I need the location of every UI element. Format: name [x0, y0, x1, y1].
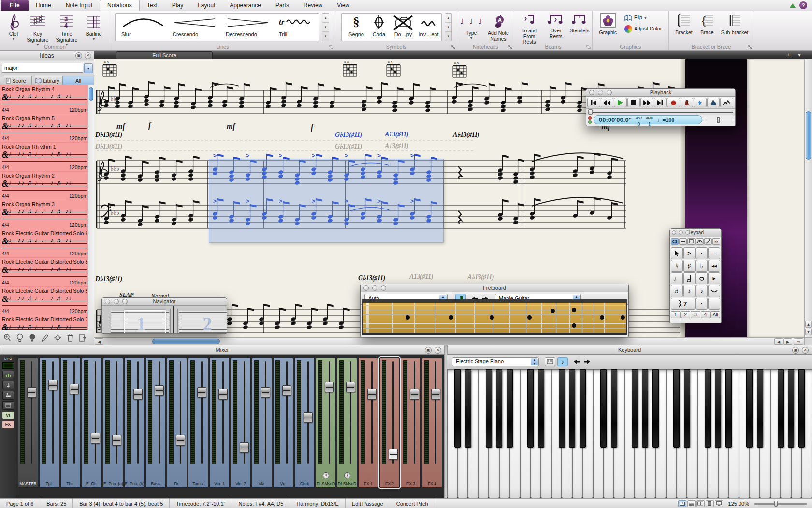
metronome-click-button[interactable] — [681, 98, 694, 107]
keypad-tab-articulations[interactable] — [696, 238, 704, 245]
fader-handle[interactable] — [389, 449, 398, 460]
beams-dialog-launcher-icon[interactable] — [586, 45, 591, 49]
document-tab-full-score[interactable]: Full Score — [116, 51, 213, 59]
mixer-channel-strip[interactable]: Click — [294, 357, 315, 488]
scroll-down-icon[interactable]: ▼ — [805, 329, 812, 335]
inverted-ornament-item[interactable]: Inv…ent — [417, 15, 440, 40]
mixer-channel-strip[interactable]: FX 2 — [379, 357, 400, 488]
keypad-tab-notes[interactable] — [671, 238, 679, 245]
narrow-strips-icon[interactable] — [2, 381, 14, 389]
rewind-button[interactable] — [601, 98, 614, 107]
mixer-titlebar[interactable]: Mixer ▣ ✕ — [0, 345, 445, 355]
keypad-tab-beams[interactable] — [687, 238, 695, 245]
black-key[interactable] — [778, 369, 784, 448]
idea-item[interactable]: Rock Electric Guitar Distorted Solo 8 4/… — [0, 258, 88, 287]
fast-forward-button[interactable] — [640, 98, 653, 107]
tab-play[interactable]: Play — [165, 0, 190, 11]
channel-settings-icon[interactable] — [323, 472, 329, 478]
fader-handle[interactable] — [155, 385, 164, 396]
keypad-flat-button[interactable]: ♭ — [696, 260, 708, 272]
ideas-tab-all[interactable]: All — [63, 76, 94, 85]
idea-item[interactable]: Rock Electric Guitar Distorted Solo 5 4/… — [0, 287, 88, 316]
new-idea-bulb-icon[interactable] — [14, 332, 26, 344]
black-key[interactable] — [757, 369, 763, 448]
fader-handle[interactable] — [48, 380, 58, 390]
zoom-icon[interactable] — [685, 230, 690, 235]
octave-up-icon[interactable] — [582, 357, 593, 366]
keypad-tab-accidentals[interactable]: ♭♭ — [712, 238, 720, 245]
keypad-tie-button[interactable] — [708, 285, 720, 297]
routing-icon[interactable] — [2, 401, 14, 410]
mixer-channel-strip[interactable]: E. Pno. (b) — [124, 357, 145, 488]
channel-settings-icon[interactable] — [344, 472, 350, 478]
record-button[interactable] — [667, 98, 680, 107]
capture-idea-icon[interactable] — [1, 332, 13, 344]
black-key[interactable] — [507, 369, 513, 448]
black-key[interactable] — [715, 369, 721, 448]
sub-bracket-button[interactable]: Sub-bracket — [718, 13, 751, 36]
fx-strips-toggle[interactable]: FX — [2, 421, 14, 428]
fader-handle[interactable] — [70, 384, 79, 394]
playback-window[interactable]: Playback 00:00'00.0" BAR0 BEAT1 — [586, 88, 736, 126]
do-not-photocopy-item[interactable]: Do…py — [391, 15, 415, 40]
zoom-slider[interactable] — [754, 501, 807, 507]
help-icon[interactable]: ? — [799, 1, 807, 9]
lines-dialog-launcher-icon[interactable] — [329, 45, 334, 49]
stop-button[interactable] — [627, 98, 640, 107]
keypad-dot-button[interactable]: · — [696, 298, 708, 310]
zoom-icon[interactable] — [381, 285, 386, 291]
vertical-scroll-thumb[interactable] — [806, 111, 811, 160]
fretboard-window[interactable]: Fretboard Auto▲▼ Maple Guitar▲▼ — [360, 284, 629, 337]
black-key[interactable] — [652, 369, 659, 448]
fader-handle[interactable] — [240, 442, 249, 453]
vertical-scrollbar[interactable]: ▲ ▼ — [804, 59, 812, 337]
bracket-button[interactable]: Bracket — [672, 13, 696, 36]
tempo-slider[interactable] — [704, 117, 733, 123]
fretboard-display[interactable] — [362, 299, 627, 335]
black-key[interactable] — [611, 369, 617, 448]
black-key[interactable] — [600, 369, 607, 448]
fader-handle[interactable] — [261, 387, 270, 398]
minimize-icon[interactable] — [372, 285, 377, 291]
keypad-natural-button[interactable]: ♮ — [671, 260, 683, 272]
voice-all-button[interactable]: All — [710, 311, 720, 318]
keypad-quarter-note-button[interactable]: ♩ — [671, 272, 683, 284]
mixer-channel-strip[interactable]: Vla. — [252, 357, 272, 488]
view-mode-icon[interactable]: ▭ — [794, 338, 803, 345]
slur-item[interactable]: Slur — [121, 15, 168, 40]
horizontal-scrollbar[interactable]: ◀ ◀ ▶ ▭ — [94, 337, 804, 345]
tab-home[interactable]: Home — [29, 0, 58, 11]
scroll-left-icon[interactable]: ◀ — [95, 338, 103, 345]
status-segment[interactable]: Notes: F#4, A4, D5 — [232, 499, 290, 508]
keyboard-titlebar[interactable]: Keyboard ▣ ✕ — [447, 345, 812, 355]
tab-parts[interactable]: Parts — [268, 0, 296, 11]
black-key[interactable] — [725, 369, 732, 448]
idea-item[interactable]: Rock Electric Guitar Distorted Solo 9 4/… — [0, 229, 88, 258]
tab-view[interactable]: View — [330, 0, 357, 11]
tab-review[interactable]: Review — [296, 0, 330, 11]
fader-handle[interactable] — [133, 389, 143, 400]
keypad-accent-button[interactable]: > — [683, 247, 696, 259]
minimize-icon[interactable] — [598, 90, 603, 95]
close-icon[interactable] — [672, 230, 676, 235]
mixer-channel-strip[interactable]: E. Pno. (a) — [103, 357, 123, 488]
zoom-icon[interactable] — [607, 90, 612, 95]
black-key[interactable] — [559, 369, 565, 448]
trill-item[interactable]: tr Trill — [279, 15, 318, 40]
keypad-8th-note-button[interactable]: ♪ — [683, 285, 696, 297]
ideas-tab-score[interactable]: Score — [0, 76, 32, 85]
keypad-tenuto-button[interactable]: – — [708, 247, 720, 259]
fader-handle[interactable] — [197, 387, 206, 398]
mixer-channel-strip[interactable]: FX 4 — [422, 357, 442, 488]
black-key[interactable] — [632, 369, 638, 448]
status-segment[interactable]: Concert Pitch — [390, 499, 435, 508]
keyboard-view-icon[interactable] — [678, 500, 686, 507]
black-key[interactable] — [580, 369, 586, 448]
stemlets-button[interactable]: Stemlets — [568, 13, 591, 34]
black-key[interactable] — [788, 369, 794, 448]
black-key[interactable] — [746, 369, 753, 448]
segno-item[interactable]: § Segno — [346, 15, 367, 40]
fader-handle[interactable] — [27, 387, 36, 398]
graphic-button[interactable]: Graphic — [595, 13, 621, 36]
keypad-tab-more-notes[interactable] — [679, 238, 687, 245]
